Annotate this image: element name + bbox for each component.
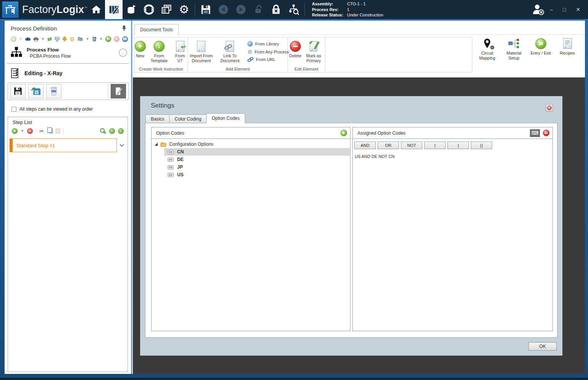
option-codes-panel-title: Option Codes (156, 130, 184, 136)
documents-button[interactable] (158, 0, 175, 19)
from-library-button[interactable]: From Library (247, 41, 289, 47)
tree-item-de[interactable]: DE (164, 156, 350, 163)
maximize-button[interactable]: □ (563, 6, 566, 13)
pause-process-button[interactable]: ▮▮ (122, 36, 128, 42)
close-x-icon: ✕ (547, 105, 552, 110)
print-icon[interactable] (33, 36, 39, 42)
entry-exit-button[interactable]: ⇄ Entry / Exit (529, 37, 552, 60)
tab-color-coding[interactable]: Color Coding (169, 114, 207, 123)
find-icon[interactable] (25, 36, 31, 42)
move-step-down-button[interactable]: ↓ (118, 128, 124, 134)
not-button[interactable]: NOT (401, 142, 422, 149)
paste-icon[interactable] (56, 129, 60, 134)
any-order-checkbox[interactable] (11, 107, 16, 112)
open-paren-button[interactable]: ( (424, 142, 446, 149)
unlock-button[interactable] (250, 0, 267, 19)
forward-arrow-icon (235, 4, 247, 15)
remove-bucket-icon[interactable] (92, 36, 97, 42)
add-step-caret[interactable]: ▼ (21, 129, 24, 133)
reorder-icon[interactable]: ⇄ (47, 36, 52, 42)
process-definition-button[interactable] (105, 0, 123, 19)
remove-step-button[interactable]: – (27, 128, 33, 134)
deploy-caret[interactable]: ▼ (86, 37, 89, 41)
back-button[interactable] (215, 0, 232, 19)
keyboard-entry-button[interactable]: ⌨ (530, 129, 540, 137)
step-item[interactable]: Standard Step #1 (10, 138, 117, 152)
ribbon: Document Tools + New ↓ From Template ↩ F… (133, 21, 585, 77)
add-process-caret[interactable]: ▼ (19, 37, 23, 41)
save-button[interactable] (197, 0, 215, 19)
pin-icon[interactable] (122, 25, 126, 31)
close-button[interactable]: ✕ (576, 6, 580, 13)
ok-button[interactable]: OK (528, 342, 557, 351)
tab-document-tools[interactable]: Document Tools (134, 24, 179, 35)
process-flow-row[interactable]: Process Flow PCBA Process Flow ↓ (5, 42, 131, 59)
assign-option-code-button[interactable]: ▸ (341, 130, 347, 136)
deploy-folder-icon[interactable] (78, 36, 83, 42)
logout-user-button[interactable] (530, 0, 547, 19)
tree-item-jp[interactable]: JP (164, 163, 350, 171)
process-gear-icon[interactable]: ⚙ (69, 36, 74, 42)
tab-basics[interactable]: Basics (145, 114, 170, 123)
flowchart-search-icon (288, 4, 299, 15)
panel-title: Process Definition (11, 25, 57, 32)
add-process-button[interactable]: + (11, 36, 16, 42)
grid-pencil-icon (108, 4, 119, 15)
settings-button[interactable]: ⚙ (175, 0, 193, 19)
option-codes-panel: Option Codes ▸ Configuration Options (151, 127, 351, 331)
and-button[interactable]: AND (354, 142, 376, 149)
dialog-close-button[interactable]: ✕ (546, 104, 553, 111)
assigned-panel-title: Assigned Option Codes (357, 130, 405, 136)
tree-item-cn[interactable]: CN (164, 148, 350, 156)
add-step-button[interactable]: + (12, 128, 18, 134)
recipes-button[interactable]: Recipes (556, 37, 579, 60)
cut-icon[interactable]: ✂ (39, 128, 44, 134)
expression-text[interactable]: US AND DE NOT CN (353, 149, 552, 159)
process-flow-title: Process Flow (27, 47, 119, 53)
unlock-icon (254, 5, 263, 14)
minimize-button[interactable]: – (550, 6, 553, 13)
collapse-arrow-icon[interactable]: ↓ (119, 48, 127, 57)
or-button[interactable]: OR (378, 142, 399, 149)
lock-cancel-button[interactable] (267, 0, 285, 19)
copy-icon[interactable] (49, 129, 53, 133)
from-any-process-button[interactable]: ⚙ From Any Process (247, 49, 289, 55)
ribbon-groups: + New ↓ From Template ↩ From V7 Create W… (134, 37, 472, 72)
database-icon (126, 4, 137, 15)
close-paren-button[interactable]: ) (447, 142, 469, 149)
step-expander-icon[interactable] (120, 142, 124, 147)
edit-document-button[interactable] (111, 84, 126, 98)
save-document-button[interactable] (10, 84, 26, 98)
check-icon: ✔ (309, 40, 313, 45)
option-codes-tab-content: Option Codes ▸ Configuration Options (145, 123, 557, 338)
audit-trail-button[interactable] (285, 0, 302, 19)
folder-icon (160, 142, 166, 147)
bell-icon[interactable] (62, 36, 67, 42)
tree-item-us[interactable]: US (164, 171, 350, 179)
presentation-icon[interactable] (55, 36, 60, 42)
process-definition-panel: Process Definition + ▼ ▼ ⇄ ⚙ (5, 21, 131, 374)
stop-process-button[interactable]: – (114, 36, 120, 42)
revert-document-button[interactable] (28, 84, 44, 98)
paren-pair-button[interactable]: () (471, 142, 492, 149)
zoom-step-icon[interactable] (100, 128, 106, 134)
start-process-button[interactable]: ↻ (105, 36, 111, 42)
material-setup-button[interactable]: Material Setup (502, 37, 526, 60)
move-step-up-button[interactable]: ↑ (109, 128, 115, 134)
pages-icon (161, 4, 172, 15)
forward-button[interactable] (232, 0, 250, 19)
tab-option-codes[interactable]: Option Codes (206, 113, 245, 123)
discard-document-button[interactable] (46, 84, 61, 98)
remove-caret[interactable]: ▼ (99, 37, 103, 41)
print-caret[interactable]: ▼ (41, 37, 45, 41)
production-button[interactable] (123, 0, 140, 19)
from-url-button[interactable]: From URL (247, 57, 289, 62)
home-button[interactable] (87, 0, 105, 19)
tree-root-row[interactable]: Configuration Options (152, 140, 350, 148)
checklist-icon (11, 68, 21, 79)
sync-button[interactable] (140, 0, 158, 19)
clear-expression-button[interactable] (543, 130, 549, 136)
tree-root-label: Configuration Options (169, 142, 213, 147)
circuit-mapping-button[interactable]: ⚙ Circuit Mapping (475, 37, 499, 60)
expander-icon[interactable] (155, 143, 158, 146)
